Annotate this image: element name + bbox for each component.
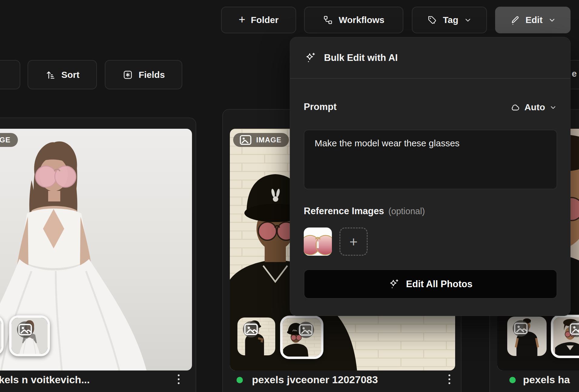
- reference-images-optional: (optional): [388, 206, 425, 216]
- photo-card-1[interactable]: IMAGE kels n voitkevich...: [0, 118, 196, 392]
- screen: IMAGE kels n voitkevich...: [0, 0, 579, 392]
- asset-type-badge: IMAGE: [0, 133, 18, 147]
- workflows-icon: [323, 15, 333, 25]
- model-selector[interactable]: Auto: [510, 102, 557, 112]
- thumbnail-woman[interactable]: [9, 315, 50, 356]
- chevron-down-icon: [548, 16, 556, 24]
- fields-icon: [122, 69, 133, 80]
- edit-all-photos-button[interactable]: Edit All Photos: [304, 269, 557, 299]
- tag-icon: [427, 15, 437, 25]
- prompt-label: Prompt: [304, 101, 337, 112]
- partial-button[interactable]: [0, 60, 20, 89]
- panel-title: Bulk Edit with AI: [324, 52, 398, 63]
- thumb-image-badge: [568, 321, 579, 337]
- thumb-image-badge: [513, 320, 529, 337]
- thumbnail-man-close[interactable]: [280, 316, 323, 359]
- thumbnail-man-glasses[interactable]: [551, 315, 579, 358]
- ai-sparkle-icon: [389, 279, 399, 290]
- chevron-down-icon: [549, 104, 557, 111]
- asset-type-label: IMAGE: [256, 136, 282, 144]
- card-menu-button[interactable]: [443, 373, 455, 386]
- file-name: pexels ha: [523, 374, 570, 386]
- thumbnail-man-standing[interactable]: [237, 317, 275, 355]
- photo-woman-dress[interactable]: IMAGE: [0, 129, 192, 370]
- thumb-image-badge: [17, 321, 33, 338]
- panel-header: Bulk Edit with AI: [290, 37, 570, 79]
- status-dot: [509, 377, 516, 383]
- edit-button[interactable]: Edit: [495, 7, 571, 33]
- card-menu-button[interactable]: [173, 373, 185, 386]
- workflows-button[interactable]: Workflows: [304, 7, 403, 33]
- file-name: pexels jvceoner 12027083: [252, 374, 378, 386]
- sort-icon: [45, 69, 56, 80]
- tag-button[interactable]: Tag: [412, 7, 487, 33]
- image-icon: [239, 133, 253, 147]
- reference-images-label: Reference Images: [304, 206, 384, 217]
- thumb-image-badge: [298, 322, 314, 338]
- thumbnail-partial[interactable]: [0, 315, 4, 355]
- prompt-input[interactable]: Make the model wear these glasses: [304, 130, 557, 189]
- cloud-icon: [510, 102, 520, 112]
- edit-all-photos-label: Edit All Photos: [406, 279, 472, 290]
- edit-pencil-icon: [510, 15, 520, 25]
- plus-icon: +: [349, 234, 358, 250]
- add-reference-button[interactable]: +: [339, 228, 368, 256]
- hidden-edge-label: e (: [572, 68, 579, 79]
- add-folder-label: Folder: [251, 15, 279, 25]
- status-dot: [237, 377, 243, 383]
- tag-label: Tag: [443, 15, 458, 25]
- fields-button[interactable]: Fields: [105, 60, 182, 89]
- thumb-image-badge: [243, 321, 259, 337]
- sort-label: Sort: [61, 70, 80, 80]
- plus-icon: +: [239, 14, 245, 25]
- reference-images-row: Reference Images (optional): [304, 206, 425, 217]
- prompt-box: Make the model wear these glasses: [304, 130, 557, 189]
- asset-type-label: IMAGE: [0, 136, 11, 144]
- sort-button[interactable]: Sort: [28, 60, 97, 89]
- add-folder-button[interactable]: + Folder: [221, 7, 296, 33]
- glasses-image: [304, 228, 332, 256]
- bulk-edit-panel: Bulk Edit with AI Prompt Auto Make the m…: [290, 37, 571, 316]
- reference-image-glasses[interactable]: [304, 228, 332, 256]
- thumbnail-man-standing-2[interactable]: [507, 317, 547, 356]
- asset-type-badge: IMAGE: [233, 133, 289, 147]
- edit-label: Edit: [525, 15, 543, 25]
- chevron-down-icon: [464, 16, 472, 24]
- model-selector-value: Auto: [524, 102, 545, 112]
- file-name: kels n voitkevich...: [0, 374, 90, 386]
- workflows-label: Workflows: [339, 15, 384, 25]
- ai-sparkle-icon: [305, 52, 316, 64]
- fields-label: Fields: [139, 70, 165, 80]
